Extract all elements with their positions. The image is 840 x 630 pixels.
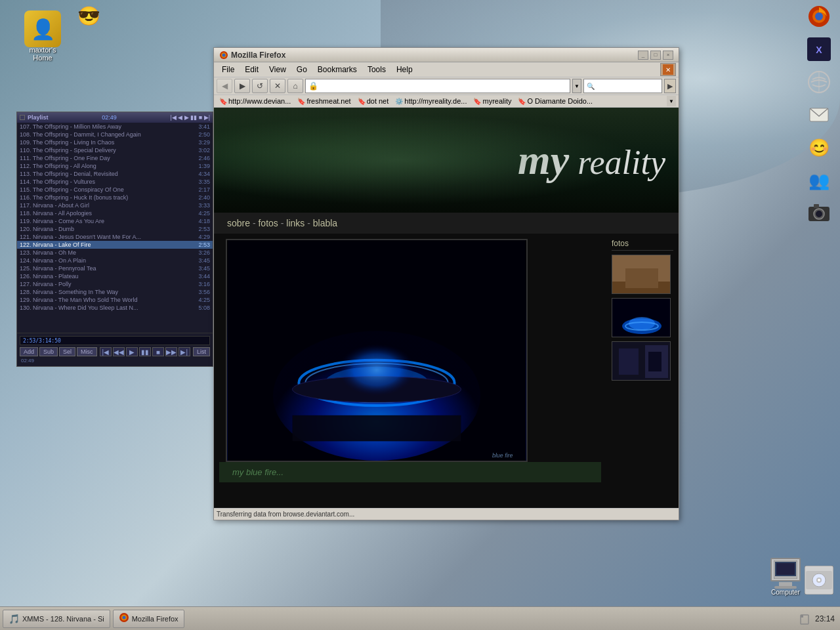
playlist-item[interactable]: 116. The Offspring - Huck It (bonus trac… [17, 194, 213, 201]
forward-button[interactable]: ▶ [234, 79, 250, 93]
taskbar-firefox-btn[interactable]: Mozilla Firefox [113, 610, 184, 628]
playlist-item[interactable]: 124. Nirvana - On A Plain3:45 [17, 257, 213, 264]
playlist-item[interactable]: 108. The Offspring - Dammit, I Changed A… [17, 131, 213, 138]
search-go-btn[interactable]: ▶ [664, 79, 676, 93]
firefox-minimize-btn[interactable]: _ [638, 51, 648, 60]
playlist-item[interactable]: 109. The Offspring - Living In Chaos3:29 [17, 138, 213, 146]
firefox-extra-close[interactable]: ✕ [660, 63, 676, 76]
xmms-titlebar[interactable]: Playlist 02:49 |◀ ◀ ▶ ▮▮ ■ ▶| [17, 112, 213, 123]
xmms-fwd-btn[interactable]: ▶▶ [165, 347, 177, 356]
xmms-controls: 2:53/3:14:50 Add Sub Sel Misc |◀ ◀◀ ▶ ▮▮… [17, 333, 213, 366]
sidebar-thumb-1[interactable] [612, 255, 671, 294]
firefox-content: my reality sobre - fotos - links - blabl… [214, 108, 679, 508]
firefox-status-text: Transferring data from browse.deviantart… [217, 511, 354, 518]
reload-button[interactable]: ↺ [252, 79, 268, 93]
playlist-item[interactable]: 122. Nirvana - Lake Of Fire2:53 [17, 241, 213, 249]
cd-drive-icon[interactable] [805, 566, 833, 597]
xmms-sub-btn[interactable]: Sub [39, 347, 58, 356]
menu-bookmarks[interactable]: Bookmarks [312, 64, 362, 75]
mail-desktop-icon[interactable] [806, 102, 832, 128]
playlist-item[interactable]: 114. The Offspring - Vultures3:35 [17, 178, 213, 186]
taskbar-xmms-btn[interactable]: 🎵 XMMS - 128. Nirvana - Si [3, 610, 110, 628]
xmms-rew-btn[interactable]: ◀◀ [113, 347, 125, 356]
playlist-item[interactable]: 123. Nirvana - Oh Me3:26 [17, 249, 213, 257]
playlist-item[interactable]: 118. Nirvana - All Apologies4:25 [17, 209, 213, 217]
xmms-elapsed: 2:53/3:14:50 [23, 338, 61, 344]
playlist-item[interactable]: 112. The Offspring - All Along1:39 [17, 162, 213, 170]
menu-help[interactable]: Help [391, 64, 418, 75]
menu-edit[interactable]: Edit [240, 64, 264, 75]
xmms-window-buttons: |◀ ◀ ▶ ▮▮ ■ ▶| [170, 114, 210, 121]
xmms-misc-btn[interactable]: Misc [77, 347, 97, 356]
playlist-item[interactable]: 121. Nirvana - Jesus Doesn't Want Me For… [17, 233, 213, 241]
playlist-item[interactable]: 129. Nirvana - The Man Who Sold The Worl… [17, 296, 213, 304]
firefox-close-btn[interactable]: × [663, 51, 673, 60]
sidebar-thumb-2[interactable] [612, 298, 671, 337]
playlist-item[interactable]: 126. Nirvana - Plateau3:44 [17, 272, 213, 280]
bookmark-myreality[interactable]: ⚙️ http://myreality.de... [392, 96, 469, 106]
sidebar-thumb-3[interactable] [612, 341, 671, 381]
home-button[interactable]: ⌂ [287, 79, 303, 93]
playlist-item[interactable]: 115. The Offspring - Conspiracy Of One2:… [17, 186, 213, 194]
nav-sobre[interactable]: sobre [227, 218, 250, 228]
track-name: 115. The Offspring - Conspiracy Of One [20, 186, 188, 193]
camera-desktop-icon[interactable] [806, 200, 832, 226]
xmms-next-btn[interactable]: ▶| [178, 347, 190, 356]
playlist-item[interactable]: 120. Nirvana - Dumb2:53 [17, 225, 213, 233]
playlist-item[interactable]: 130. Nirvana - Where Did You Sleep Last … [17, 304, 213, 312]
menu-tools[interactable]: Tools [362, 64, 391, 75]
playlist-item[interactable]: 125. Nirvana - Pennyroal Tea3:45 [17, 264, 213, 272]
xmms-close-btn[interactable] [20, 115, 25, 120]
nav-blabla[interactable]: blabla [313, 218, 337, 228]
xmms-time: 02:49 [102, 114, 117, 121]
firefox-restore-btn[interactable]: □ [650, 51, 661, 60]
bookmark-deviant[interactable]: 🔖 http://www.devian... [217, 96, 293, 106]
nav-links[interactable]: links [286, 218, 304, 228]
xmms-pause-btn[interactable]: ▮▮ [139, 347, 151, 356]
menu-file[interactable]: File [217, 64, 240, 75]
users-desktop-icon[interactable]: 👥 [806, 167, 832, 194]
firefox-desktop-icon[interactable] [806, 3, 832, 30]
bookmark-diamante[interactable]: 🔖 O Diamante Doido... [515, 96, 595, 106]
home-icon-label: maxtor's Home [20, 46, 66, 62]
xmms-play-btn[interactable]: ▶ [126, 347, 138, 356]
playlist-item[interactable]: 117. Nirvana - About A Girl3:33 [17, 201, 213, 209]
smiley2-desktop-icon[interactable]: 😊 [806, 135, 832, 161]
website-nav: sobre - fotos - links - blabla [214, 213, 679, 234]
bookmark-freshmeat[interactable]: 🔖 freshmeat.net [295, 96, 353, 106]
search-box[interactable]: 🔍 [583, 79, 662, 93]
xmms-playlist[interactable]: 107. The Offspring - Million Miles Away3… [17, 123, 213, 333]
playlist-item[interactable]: 107. The Offspring - Million Miles Away3… [17, 123, 213, 131]
home-icon[interactable]: 👤 maxtor's Home [20, 13, 66, 62]
search-icon: 🔍 [587, 83, 595, 90]
xmms-add-btn[interactable]: Add [20, 347, 38, 356]
address-dropdown[interactable]: ▼ [572, 79, 581, 93]
bookmark-dotnet[interactable]: 🔖 dot net [355, 96, 392, 106]
playlist-item[interactable]: 119. Nirvana - Come As You Are4:18 [17, 217, 213, 225]
nav-fotos[interactable]: fotos [258, 218, 278, 228]
track-name: 107. The Offspring - Million Miles Away [20, 123, 188, 130]
smiley-icon[interactable]: 😎 [77, 5, 100, 27]
menu-view[interactable]: View [264, 64, 291, 75]
playlist-item[interactable]: 128. Nirvana - Something In The Way3:56 [17, 288, 213, 296]
playlist-item[interactable]: 110. The Offspring - Special Delivery3:0… [17, 146, 213, 154]
xmms-sel-btn[interactable]: Sel [59, 347, 75, 356]
bookmarks-more-btn[interactable]: ▼ [667, 96, 676, 106]
taskbar: 🎵 XMMS - 128. Nirvana - Si Mozilla Firef… [0, 606, 840, 630]
playlist-item[interactable]: 127. Nirvana - Polly3:16 [17, 280, 213, 288]
bookmark-myreality2[interactable]: 🔖 myreality [471, 96, 514, 106]
firefox-titlebar[interactable]: Mozilla Firefox _ □ × [214, 48, 679, 62]
xmms-stop-btn[interactable]: ■ [152, 347, 164, 356]
xmms-prev-btn[interactable]: |◀ [100, 347, 112, 356]
stop-button[interactable]: ✕ [270, 79, 285, 93]
playlist-item[interactable]: 111. The Offspring - One Fine Day2:46 [17, 154, 213, 162]
xmms-list-btn[interactable]: List [193, 347, 210, 356]
computer-icon[interactable]: Computer [770, 558, 801, 596]
xmms-desktop-icon[interactable]: X [806, 36, 832, 62]
network-desktop-icon[interactable] [806, 69, 832, 95]
fire-svg: blue fire [227, 240, 526, 461]
address-bar[interactable]: 🔒 [305, 79, 570, 93]
playlist-item[interactable]: 113. The Offspring - Denial, Revisited4:… [17, 170, 213, 178]
menu-go[interactable]: Go [291, 64, 312, 75]
back-button[interactable]: ◀ [217, 79, 232, 93]
